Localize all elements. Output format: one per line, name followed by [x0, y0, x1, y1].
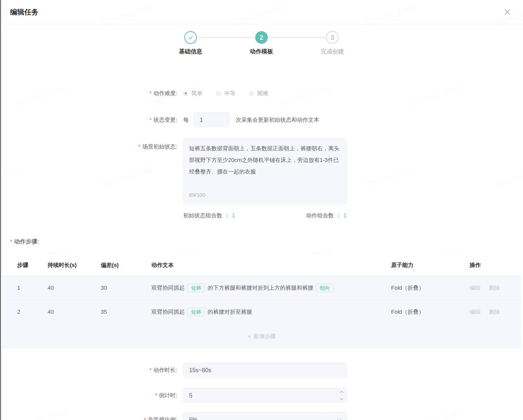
required-mark: *	[149, 367, 152, 373]
row2-duration: 40	[48, 309, 101, 315]
stepper: 基础信息 2 动作模板 3 完成创建	[155, 31, 368, 62]
countdown-row: *倒计时: 5	[0, 388, 523, 403]
step-2-label: 动作模板	[250, 48, 273, 55]
row1-operations: 编辑 删除	[470, 284, 521, 292]
table-header-row: 步骤 持续时长(s) 偏差(s) 动作文本 原子能力 操作	[2, 255, 521, 276]
action-duration-input[interactable]: 15s~80s	[183, 363, 347, 377]
unusual-ratio-value: 5%	[189, 416, 197, 420]
difficulty-radio-group: 简单 中等 困难	[183, 90, 282, 97]
scene-initial-text: 短裤五条数据背面朝上，五条数据正面朝上，裤腰朝右，离头部视野下方至少20cm之外…	[189, 145, 339, 175]
required-mark: *	[149, 117, 152, 123]
add-step-button[interactable]: + 新增步骤	[2, 324, 521, 349]
step-complete-creation[interactable]: 3 完成创建	[297, 31, 368, 55]
spinner-decrease-button[interactable]	[336, 396, 346, 403]
header-duration: 持续时长(s)	[48, 261, 101, 269]
radio-hard[interactable]: 困难	[249, 90, 268, 97]
step-1-circle	[184, 31, 197, 44]
chevron-down-icon	[339, 398, 344, 400]
step-basic-info[interactable]: 基础信息	[155, 31, 226, 55]
required-mark: *	[149, 90, 152, 96]
radio-medium[interactable]: 中等	[216, 90, 235, 97]
scene-initial-label: *场景初始状态:	[0, 138, 177, 151]
difficulty-label: *动作难度:	[0, 90, 177, 97]
row1-duration: 40	[48, 285, 101, 291]
unusual-ratio-select[interactable]: 5%	[183, 412, 347, 420]
object-tag: 短裤	[187, 284, 205, 292]
header-step: 步骤	[17, 261, 48, 269]
step-3-label: 完成创建	[321, 48, 344, 55]
table-row: 2 40 35 双臂协同抓起 短裤 的裤腰对折至裤腿 Fold（折叠） 编辑 删…	[2, 300, 521, 324]
step-action-template[interactable]: 2 动作模板	[226, 31, 297, 55]
row1-action-text: 双臂协同抓起 短裤 的下方裤腿和裤腰对折到上方的裤腿和裤腰 朝向	[151, 284, 391, 292]
countdown-value: 5	[189, 392, 192, 399]
page-left-edge	[0, 0, 1, 420]
countdown-input[interactable]: 5	[183, 388, 347, 403]
required-mark: *	[138, 143, 140, 150]
action-combo: 动作组合数 ： 1	[306, 212, 347, 219]
header-action-text: 动作文本	[151, 261, 391, 269]
scene-initial-textarea[interactable]: 短裤五条数据背面朝上，五条数据正面朝上，裤腰朝右，离头部视野下方至少20cm之外…	[183, 138, 347, 204]
row1-deviation: 30	[101, 285, 151, 291]
add-step-label: 新增步骤	[253, 333, 276, 340]
required-mark: *	[10, 238, 12, 245]
required-mark: *	[155, 392, 157, 398]
scene-initial-row: *场景初始状态: 短裤五条数据背面朝上，五条数据正面朝上，裤腰朝右，离头部视野下…	[0, 138, 523, 204]
row2-step: 2	[17, 309, 48, 315]
state-change-label: *状态变更:	[0, 116, 177, 124]
radio-medium-label: 中等	[224, 90, 235, 97]
action-duration-label: *动作时长:	[0, 366, 177, 374]
radio-easy-dot	[183, 91, 188, 96]
header-deviation: 偏差(s)	[101, 261, 151, 269]
radio-hard-label: 困难	[257, 90, 268, 97]
step-1-label: 基础信息	[179, 48, 202, 55]
step-3-circle: 3	[326, 31, 339, 44]
check-icon	[188, 34, 194, 40]
radio-easy[interactable]: 简单	[183, 90, 203, 97]
delete-link[interactable]: 删除	[489, 309, 500, 315]
row1-step: 1	[17, 285, 48, 291]
row2-action-text: 双臂协同抓起 短裤 的裤腰对折至裤腿	[151, 308, 391, 316]
row1-ability: Fold（折叠）	[391, 284, 470, 292]
char-counter: 69/100	[189, 189, 205, 201]
row2-ability: Fold（折叠）	[391, 308, 470, 316]
header-atomic-ability: 原子能力	[391, 261, 470, 269]
spinner-increase-button[interactable]	[336, 388, 346, 396]
difficulty-row: *动作难度: 简单 中等 困难	[0, 89, 523, 97]
unusual-ratio-label: *非常规比例:	[0, 416, 177, 420]
state-change-prefix: 每	[183, 116, 189, 124]
radio-medium-dot	[216, 91, 221, 96]
countdown-label: *倒计时:	[0, 392, 177, 399]
step-2-circle: 2	[255, 31, 268, 44]
action-steps-table: 步骤 持续时长(s) 偏差(s) 动作文本 原子能力 操作 1 40 30 双臂…	[2, 255, 521, 349]
row2-deviation: 35	[101, 309, 151, 315]
chevron-up-icon	[339, 391, 344, 393]
state-change-suffix: 次采集会更新初始状态和动作文本	[236, 116, 319, 124]
plus-icon: +	[247, 333, 251, 340]
select-chevron-down-icon	[337, 418, 342, 420]
state-change-input[interactable]: 1	[194, 113, 229, 127]
orientation-tag: 朝向	[316, 284, 334, 292]
action-steps-section-label: * 动作步骤:	[10, 238, 523, 245]
dialog-title: 编辑任务	[10, 0, 38, 24]
combo-counts-row: 初始状态组合数 ： 1 动作组合数 ： 1	[183, 212, 347, 219]
edit-link[interactable]: 编辑	[470, 309, 481, 315]
initial-state-combo-value: 1	[232, 212, 235, 219]
header-operations: 操作	[470, 261, 521, 269]
row2-operations: 编辑 删除	[470, 308, 521, 316]
edit-link[interactable]: 编辑	[470, 285, 481, 291]
initial-state-combo: 初始状态组合数 ： 1	[183, 212, 235, 219]
main-form: *动作难度: 简单 中等 困难 *状态变更: 每 1	[0, 89, 523, 219]
action-combo-value: 1	[344, 212, 347, 219]
dialog-header: 编辑任务	[0, 0, 523, 24]
state-change-row: *状态变更: 每 1 次采集会更新初始状态和动作文本	[0, 113, 523, 127]
object-tag: 短裤	[187, 308, 205, 316]
delete-link[interactable]: 删除	[489, 285, 500, 291]
radio-easy-label: 简单	[191, 90, 203, 97]
close-icon[interactable]	[502, 7, 512, 17]
edit-task-dialog: 编辑任务 基础信息 2 动作模板 3 完成创建	[0, 0, 523, 420]
unusual-ratio-row: *非常规比例: 5%	[0, 412, 523, 420]
required-mark: *	[144, 416, 146, 420]
radio-hard-dot	[249, 91, 254, 96]
bottom-form: *动作时长: 15s~80s *倒计时: 5 *非常规比例: 5%	[0, 363, 523, 420]
action-duration-row: *动作时长: 15s~80s	[0, 363, 523, 377]
